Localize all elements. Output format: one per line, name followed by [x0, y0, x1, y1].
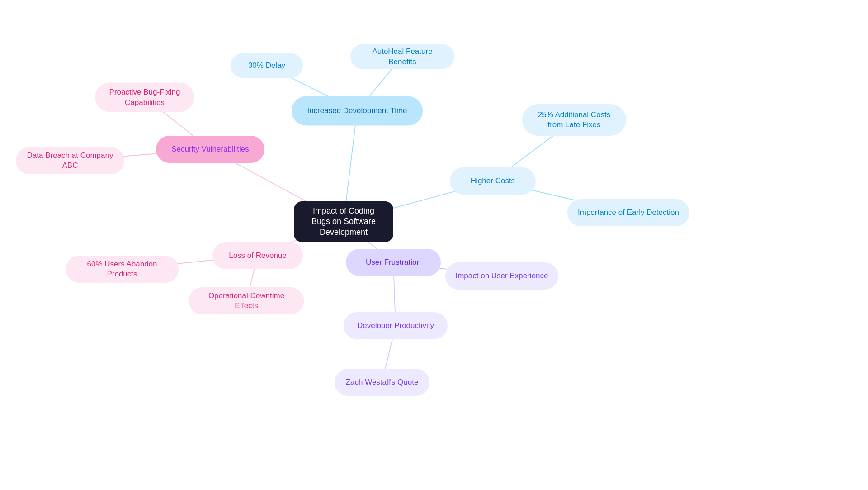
zach-quote-node: Zach Westall's Quote: [335, 369, 429, 396]
operational-node: Operational Downtime Effects: [189, 287, 304, 314]
early-detection-node: Importance of Early Detection: [567, 199, 689, 226]
security-vuln-node: Security Vulnerabilities: [156, 136, 264, 163]
user-frustration-node: User Frustration: [346, 249, 441, 276]
increased-dev-time-node: Increased Development Time: [292, 96, 423, 126]
higher-costs-node: Higher Costs: [450, 167, 536, 195]
data-breach-node: Data Breach at Company ABC: [16, 147, 124, 174]
connections-svg: [0, 0, 868, 490]
25-additional-node: 25% Additional Costs from Late Fixes: [522, 104, 626, 136]
30-delay-node: 30% Delay: [231, 53, 303, 78]
autoheal-node: AutoHeal Feature Benefits: [350, 44, 454, 69]
loss-revenue-node: Loss of Revenue: [212, 242, 303, 269]
impact-ux-node: Impact on User Experience: [445, 262, 558, 290]
mind-map-container: Impact of Coding Bugs on Software Develo…: [0, 0, 868, 490]
dev-productivity-node: Developer Productivity: [344, 312, 448, 339]
60-users-node: 60% Users Abandon Products: [66, 256, 179, 283]
center-node: Impact of Coding Bugs on Software Develo…: [294, 201, 393, 242]
proactive-bug-node: Proactive Bug-Fixing Capabilities: [95, 83, 194, 112]
